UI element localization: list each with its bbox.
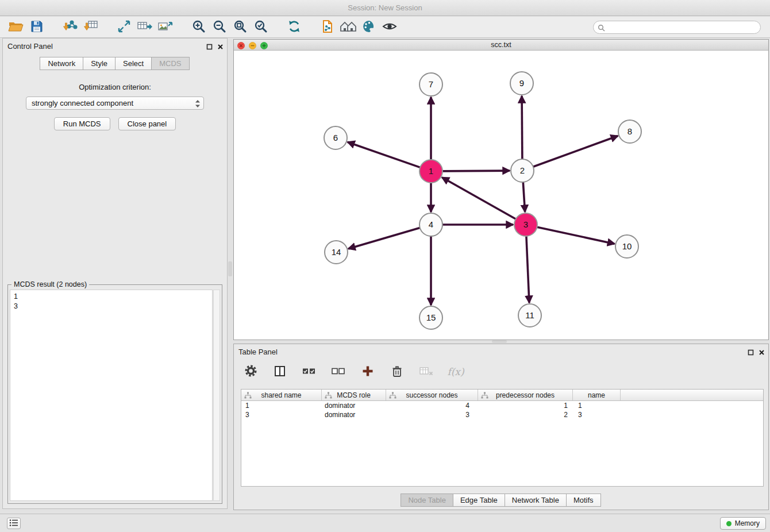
graph-edge-3-11[interactable] [526, 236, 529, 303]
tab-select[interactable]: Select [115, 57, 152, 70]
graph-node-14[interactable]: 14 [325, 241, 348, 264]
new-network-from-selection-button[interactable] [114, 18, 134, 36]
table-panel-tabs: Node Table Edge Table Network Table Moti… [234, 494, 768, 507]
graph-node-label: 8 [627, 126, 632, 136]
open-file-button[interactable] [6, 18, 26, 36]
graph-edge-3-1[interactable] [442, 178, 515, 219]
column-header-shared-name[interactable]: shared name [241, 390, 322, 400]
select-all-columns-button[interactable] [301, 363, 318, 380]
function-builder-button[interactable]: f(x) [447, 363, 464, 380]
memory-button[interactable]: Memory [720, 517, 766, 530]
cell-successor-nodes[interactable]: 3 [386, 411, 478, 419]
graph-node-1[interactable]: 1 [419, 160, 442, 183]
network-canvas[interactable]: 7968124314101511 [234, 51, 768, 341]
close-panel-icon[interactable] [217, 42, 224, 52]
network-window-titlebar[interactable]: scc.txt [234, 40, 768, 51]
graph-edge-4-14[interactable] [348, 228, 420, 249]
graph-node-7[interactable]: 7 [419, 73, 442, 96]
graph-node-15[interactable]: 15 [419, 306, 442, 329]
column-header-successor-nodes[interactable]: successor nodes [386, 390, 478, 400]
graph-node-9[interactable]: 9 [510, 72, 533, 95]
cell-shared-name[interactable]: 1 [241, 402, 322, 410]
task-history-button[interactable] [7, 518, 21, 529]
graph-edge-2-3[interactable] [523, 182, 525, 212]
add-row-button[interactable] [359, 363, 376, 380]
import-network-button[interactable] [60, 18, 80, 36]
cell-predecessor-nodes[interactable]: 1 [478, 402, 573, 410]
zoom-out-button[interactable] [209, 18, 230, 36]
save-session-button[interactable] [26, 18, 47, 36]
zoom-out-icon [212, 19, 227, 36]
tab-edge-table[interactable]: Edge Table [453, 494, 505, 507]
zoom-fit-icon [233, 19, 248, 36]
home-layout-button[interactable] [338, 18, 359, 36]
refresh-layout-button[interactable] [284, 18, 305, 36]
import-table-button[interactable] [80, 18, 101, 36]
apply-style-button[interactable] [359, 18, 379, 36]
column-header-mcds-role[interactable]: MCDS role [322, 390, 386, 400]
control-panel: Control Panel Network Style Select MCDS … [2, 38, 228, 509]
graph-node-2[interactable]: 2 [511, 159, 534, 182]
tab-mcds[interactable]: MCDS [151, 57, 189, 70]
show-columns-button[interactable] [271, 363, 288, 380]
mcds-result-box: MCDS result (2 nodes) 1 3 [7, 284, 222, 504]
graph-edge-1-6[interactable] [348, 142, 420, 167]
graph-node-label: 11 [525, 310, 534, 320]
delete-table-button[interactable] [418, 363, 435, 380]
zoom-selected-button[interactable] [251, 18, 271, 36]
table-settings-button[interactable] [242, 363, 259, 380]
deselect-all-columns-button[interactable] [330, 363, 347, 380]
graph-node-4[interactable]: 4 [419, 213, 442, 236]
graph-edge-2-8[interactable] [533, 136, 618, 167]
window-titlebar[interactable]: Session: New Session [0, 0, 770, 16]
column-header-name[interactable]: name [573, 390, 621, 400]
show-hide-panels-button[interactable] [379, 18, 400, 36]
zoom-in-button[interactable] [188, 18, 209, 36]
tab-node-table[interactable]: Node Table [401, 494, 453, 507]
cell-name[interactable]: 3 [573, 411, 621, 419]
table-row[interactable]: 3 dominator 3 2 3 [241, 410, 763, 419]
graph-edge-2-9[interactable] [522, 96, 522, 159]
graph-edge-1-2[interactable] [442, 171, 510, 171]
run-mcds-button[interactable]: Run MCDS [54, 117, 110, 130]
cell-mcds-role[interactable]: dominator [322, 411, 386, 419]
cell-name[interactable]: 1 [573, 402, 621, 410]
column-label: shared name [261, 391, 301, 399]
float-panel-icon[interactable] [206, 42, 213, 52]
graph-node-3[interactable]: 3 [514, 213, 537, 236]
close-panel-button[interactable]: Close panel [118, 117, 176, 130]
tab-style[interactable]: Style [83, 57, 116, 70]
column-header-predecessor-nodes[interactable]: predecessor nodes [478, 390, 573, 400]
import-public-database-button[interactable] [317, 18, 338, 36]
close-panel-icon[interactable] [759, 348, 765, 358]
column-label: MCDS role [337, 391, 371, 399]
graph-edge-3-10[interactable] [537, 227, 615, 244]
graph-node-10[interactable]: 10 [615, 235, 638, 258]
tab-network-table[interactable]: Network Table [505, 494, 567, 507]
graph-node-6[interactable]: 6 [324, 126, 347, 149]
horizontal-splitter-handle[interactable] [492, 340, 507, 343]
column-label: successor nodes [406, 391, 457, 399]
result-scrollbar[interactable] [213, 290, 220, 501]
cell-successor-nodes[interactable]: 4 [386, 402, 478, 410]
tab-network[interactable]: Network [40, 57, 83, 70]
graph-node-11[interactable]: 11 [518, 304, 541, 327]
import-network-icon [62, 19, 78, 36]
table-panel-header: Table Panel [234, 344, 768, 359]
delete-row-button[interactable] [388, 363, 406, 380]
table-row[interactable]: 1 dominator 4 1 1 [241, 401, 763, 410]
tab-motifs[interactable]: Motifs [566, 494, 601, 507]
cell-mcds-role[interactable]: dominator [322, 402, 386, 410]
zoom-fit-button[interactable] [230, 18, 251, 36]
search-input[interactable] [593, 21, 761, 34]
vertical-splitter-handle[interactable] [228, 261, 232, 276]
export-table-button[interactable] [134, 18, 155, 36]
mcds-result-text[interactable]: 1 3 [10, 290, 213, 501]
criterion-dropdown[interactable]: strongly connected component [26, 97, 204, 110]
export-image-button[interactable] [155, 18, 176, 36]
cell-shared-name[interactable]: 3 [241, 411, 322, 419]
column-hierarchy-icon [244, 392, 252, 400]
float-panel-icon[interactable] [748, 348, 754, 358]
graph-node-8[interactable]: 8 [618, 120, 641, 143]
cell-predecessor-nodes[interactable]: 2 [478, 411, 573, 419]
